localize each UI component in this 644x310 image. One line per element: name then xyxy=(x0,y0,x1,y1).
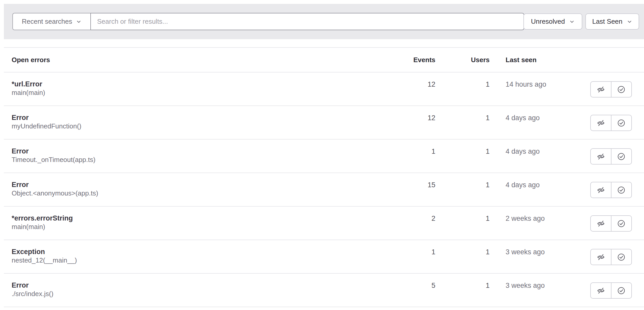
row-actions xyxy=(590,282,632,299)
table-row: Exception nested_12(__main__) 1 1 3 week… xyxy=(4,240,644,274)
table-row: Error myUndefinedFunction() 12 1 4 days … xyxy=(4,106,644,140)
error-cell: *url.Error main(main) xyxy=(12,80,45,97)
recent-searches-label: Recent searches xyxy=(22,18,72,26)
error-title[interactable]: Error xyxy=(12,281,53,290)
column-header-last-seen: Last seen xyxy=(506,56,537,64)
error-cell: Error Object.<anonymous>(app.ts) xyxy=(12,180,98,198)
eye-slash-icon xyxy=(597,119,605,127)
chevron-down-icon xyxy=(76,19,82,25)
users-count: 1 xyxy=(486,80,490,88)
resolve-button[interactable] xyxy=(611,216,632,231)
error-title[interactable]: *url.Error xyxy=(12,80,45,88)
row-actions xyxy=(590,215,632,232)
ignore-button[interactable] xyxy=(591,216,611,231)
events-count: 2 xyxy=(431,215,435,223)
error-cell: Error ./src/index.js() xyxy=(12,281,53,298)
column-header-open-errors: Open errors xyxy=(12,56,50,64)
users-count: 1 xyxy=(486,248,490,256)
error-culprit: main(main) xyxy=(12,223,73,231)
error-culprit: nested_12(__main__) xyxy=(12,256,77,265)
ignore-button[interactable] xyxy=(591,115,611,130)
error-cell: *errors.errorString main(main) xyxy=(12,214,73,231)
check-circle-icon xyxy=(617,219,625,228)
chevron-down-icon xyxy=(627,19,632,25)
column-header-users: Users xyxy=(471,56,490,64)
error-cell: Error myUndefinedFunction() xyxy=(12,113,81,130)
error-title[interactable]: Error xyxy=(12,180,98,189)
last-seen-value: 4 days ago xyxy=(506,114,540,122)
table-row: *url.Error main(main) 12 1 14 hours ago xyxy=(4,72,644,106)
check-circle-icon xyxy=(617,152,625,161)
resolve-button[interactable] xyxy=(611,182,632,198)
eye-slash-icon xyxy=(597,287,605,295)
search-toolbar: Recent searches Unresolved Last Seen xyxy=(4,4,644,39)
resolve-button[interactable] xyxy=(611,149,632,164)
ignore-button[interactable] xyxy=(591,149,611,164)
error-culprit: main(main) xyxy=(12,88,45,97)
eye-slash-icon xyxy=(597,219,605,228)
row-actions xyxy=(590,115,632,131)
recent-searches-dropdown[interactable]: Recent searches xyxy=(12,13,90,30)
resolve-button[interactable] xyxy=(611,283,632,298)
error-culprit: Object.<anonymous>(app.ts) xyxy=(12,189,98,198)
table-header: Open errors Events Users Last seen xyxy=(4,47,644,72)
check-circle-icon xyxy=(617,253,625,261)
users-count: 1 xyxy=(486,114,490,122)
ignore-button[interactable] xyxy=(591,249,611,265)
error-culprit: Timeout._onTimeout(app.ts) xyxy=(12,156,96,164)
error-culprit: myUndefinedFunction() xyxy=(12,122,81,130)
resolve-button[interactable] xyxy=(611,115,632,130)
events-count: 5 xyxy=(431,282,435,290)
error-title[interactable]: *errors.errorString xyxy=(12,214,73,223)
issues-page: Recent searches Unresolved Last Seen Ope… xyxy=(0,0,644,310)
error-culprit: ./src/index.js() xyxy=(12,290,53,298)
error-title[interactable]: Error xyxy=(12,147,96,156)
events-count: 15 xyxy=(428,181,435,189)
status-filter-label: Unresolved xyxy=(531,18,565,26)
events-count: 12 xyxy=(428,114,435,122)
ignore-button[interactable] xyxy=(591,82,611,97)
resolve-button[interactable] xyxy=(611,82,632,97)
sort-dropdown[interactable]: Last Seen xyxy=(585,13,639,30)
resolve-button[interactable] xyxy=(611,249,632,265)
events-count: 12 xyxy=(428,80,435,88)
error-title[interactable]: Exception xyxy=(12,247,77,256)
table-row: *errors.errorString main(main) 2 1 2 wee… xyxy=(4,207,644,240)
last-seen-value: 3 weeks ago xyxy=(506,282,545,290)
last-seen-value: 3 weeks ago xyxy=(506,248,545,256)
ignore-button[interactable] xyxy=(591,283,611,298)
eye-slash-icon xyxy=(597,85,605,94)
column-header-events: Events xyxy=(413,56,435,64)
table-row: Error Timeout._onTimeout(app.ts) 1 1 4 d… xyxy=(4,140,644,173)
last-seen-value: 14 hours ago xyxy=(506,80,546,88)
error-title[interactable]: Error xyxy=(12,113,81,122)
check-circle-icon xyxy=(617,287,625,295)
table-row: Error Object.<anonymous>(app.ts) 15 1 4 … xyxy=(4,173,644,207)
sort-label: Last Seen xyxy=(592,18,622,26)
eye-slash-icon xyxy=(597,186,605,194)
events-count: 1 xyxy=(431,248,435,256)
error-cell: Error Timeout._onTimeout(app.ts) xyxy=(12,147,96,164)
check-circle-icon xyxy=(617,119,625,127)
check-circle-icon xyxy=(617,186,625,194)
last-seen-value: 2 weeks ago xyxy=(506,215,545,223)
table-row: Error ./src/index.js() 5 1 3 weeks ago xyxy=(4,274,644,307)
last-seen-value: 4 days ago xyxy=(506,148,540,156)
users-count: 1 xyxy=(486,282,490,290)
row-actions xyxy=(590,182,632,198)
status-filter-dropdown[interactable]: Unresolved xyxy=(523,13,582,30)
check-circle-icon xyxy=(617,85,625,94)
row-actions xyxy=(590,249,632,265)
error-cell: Exception nested_12(__main__) xyxy=(12,247,77,265)
search-input[interactable] xyxy=(90,13,524,30)
last-seen-value: 4 days ago xyxy=(506,181,540,189)
issues-table: Open errors Events Users Last seen *url.… xyxy=(4,47,644,307)
events-count: 1 xyxy=(431,148,435,156)
users-count: 1 xyxy=(486,181,490,189)
chevron-down-icon xyxy=(569,19,575,25)
eye-slash-icon xyxy=(597,152,605,161)
eye-slash-icon xyxy=(597,253,605,261)
row-actions xyxy=(590,81,632,97)
ignore-button[interactable] xyxy=(591,182,611,198)
users-count: 1 xyxy=(486,148,490,156)
